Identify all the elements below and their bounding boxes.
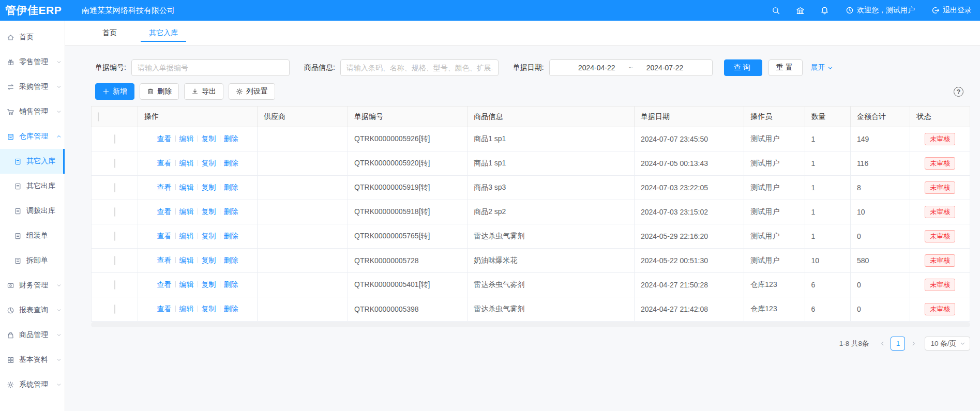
qty-cell: 6 (805, 297, 850, 322)
edit-link[interactable]: 编辑 (179, 159, 194, 167)
date-start-value: 2024-04-22 (578, 64, 615, 72)
chevron-down-icon (56, 58, 62, 66)
row-checkbox[interactable] (114, 280, 115, 290)
delete-link[interactable]: 删除 (224, 256, 238, 264)
date-range-picker[interactable]: 2024-04-22 ~ 2024-07-22 (549, 59, 713, 76)
delete-link[interactable]: 删除 (224, 280, 238, 288)
sidebar-item-system[interactable]: 系统管理 (0, 372, 65, 397)
edit-link[interactable]: 编辑 (179, 183, 194, 191)
row-checkbox[interactable] (114, 159, 115, 168)
view-link[interactable]: 查看 (157, 305, 172, 313)
bell-icon[interactable] (820, 6, 829, 15)
sidebar-item-purchase[interactable]: 采购管理 (0, 74, 65, 99)
copy-link[interactable]: 复制 (202, 183, 216, 191)
product-info-label: 商品信息: (304, 63, 335, 72)
sidebar-item-reports[interactable]: 报表查询 (0, 298, 65, 323)
sidebar-item-other-outbound[interactable]: 其它出库 (0, 174, 65, 199)
view-link[interactable]: 查看 (157, 159, 172, 167)
copy-link[interactable]: 复制 (202, 134, 216, 143)
edit-link[interactable]: 编辑 (179, 280, 194, 288)
delete-link[interactable]: 删除 (224, 134, 238, 143)
expand-link[interactable]: 展开 (811, 63, 833, 72)
sidebar-item-products[interactable]: 商品管理 (0, 323, 65, 347)
edit-link[interactable]: 编辑 (179, 134, 194, 143)
order-no-input[interactable] (131, 59, 290, 76)
edit-link[interactable]: 编辑 (179, 232, 194, 240)
edit-link[interactable]: 编辑 (179, 256, 194, 264)
sidebar-item-transfer-outbound[interactable]: 调拨出库 (0, 199, 65, 223)
view-link[interactable]: 查看 (157, 207, 172, 216)
status-badge: 未审核 (925, 230, 955, 243)
next-page-button[interactable] (907, 337, 919, 351)
delete-link[interactable]: 删除 (224, 159, 238, 167)
sidebar-item-disassembly[interactable]: 拆卸单 (0, 248, 65, 273)
bank-icon[interactable] (796, 6, 805, 15)
sidebar-item-retail[interactable]: 零售管理 (0, 50, 65, 74)
main-area: 首页 其它入库 单据编号: 商品信息: 单据日期: 2024-04-22 ~ (65, 21, 980, 411)
copy-link[interactable]: 复制 (202, 280, 216, 288)
add-button[interactable]: 新增 (95, 83, 134, 100)
delete-button[interactable]: 删除 (140, 83, 179, 100)
table-header-row: 操作 供应商 单据编号 商品信息 单据日期 操作员 数量 金额合计 状态 (92, 106, 970, 127)
page-number-1[interactable]: 1 (891, 337, 905, 351)
table-row: 查看编辑复制删除 QTRK00000005401[转] 雷达杀虫气雾剂 2024… (92, 273, 970, 297)
welcome-user[interactable]: 欢迎您，测试用户 (846, 6, 915, 15)
copy-link[interactable]: 复制 (202, 305, 216, 313)
page-size-select[interactable]: 10 条/页 (925, 337, 970, 351)
copy-link[interactable]: 复制 (202, 207, 216, 216)
operator-cell: 测试用户 (744, 249, 805, 273)
sidebar-item-home[interactable]: 首页 (0, 25, 65, 50)
logout-button[interactable]: 退出登录 (931, 6, 972, 15)
status-badge: 未审核 (925, 206, 955, 219)
view-link[interactable]: 查看 (157, 256, 172, 264)
column-settings-button[interactable]: 列设置 (229, 83, 275, 100)
product-info-input[interactable] (340, 59, 499, 76)
horizontal-scrollbar[interactable] (91, 322, 970, 327)
col-order-no: 单据编号 (348, 106, 468, 127)
sidebar-item-warehouse[interactable]: 仓库管理 (0, 124, 65, 149)
doc-icon (14, 257, 22, 265)
search-button[interactable]: 查询 (724, 59, 762, 76)
topbar-right: 欢迎您，测试用户 退出登录 (756, 6, 972, 15)
status-badge: 未审核 (925, 157, 955, 170)
doc-icon (14, 207, 22, 215)
tab-other-inbound[interactable]: 其它入库 (148, 21, 179, 45)
sidebar-item-basic-data[interactable]: 基本资料 (0, 347, 65, 372)
export-button[interactable]: 导出 (184, 83, 223, 100)
delete-link[interactable]: 删除 (224, 232, 238, 240)
sidebar-item-other-inbound[interactable]: 其它入库 (0, 149, 65, 174)
app-logo: 管伊佳ERP (5, 3, 82, 18)
chevron-left-icon (880, 341, 885, 346)
prev-page-button[interactable] (876, 337, 888, 351)
help-icon[interactable]: ? (954, 87, 963, 97)
reset-button[interactable]: 重置 (768, 59, 803, 76)
copy-link[interactable]: 复制 (202, 159, 216, 167)
delete-link[interactable]: 删除 (224, 207, 238, 216)
row-checkbox[interactable] (114, 232, 115, 241)
view-link[interactable]: 查看 (157, 232, 172, 240)
sidebar-item-finance[interactable]: 财务管理 (0, 273, 65, 298)
delete-link[interactable]: 删除 (224, 305, 238, 313)
copy-link[interactable]: 复制 (202, 232, 216, 240)
date-cell: 2024-04-27 21:42:08 (634, 297, 744, 322)
sidebar-item-sales[interactable]: 销售管理 (0, 99, 65, 124)
select-all-checkbox[interactable] (98, 112, 99, 121)
edit-link[interactable]: 编辑 (179, 305, 194, 313)
delete-link[interactable]: 删除 (224, 183, 238, 191)
row-checkbox[interactable] (114, 207, 115, 217)
row-checkbox[interactable] (114, 256, 115, 265)
view-link[interactable]: 查看 (157, 280, 172, 288)
finance-icon (7, 282, 14, 290)
row-checkbox[interactable] (114, 183, 115, 192)
row-checkbox[interactable] (114, 305, 115, 314)
clock-icon (846, 6, 854, 14)
sidebar-item-assembly[interactable]: 组装单 (0, 223, 65, 248)
tab-home[interactable]: 首页 (101, 21, 118, 45)
search-icon[interactable] (772, 6, 780, 15)
view-link[interactable]: 查看 (157, 183, 172, 191)
edit-link[interactable]: 编辑 (179, 207, 194, 216)
view-link[interactable]: 查看 (157, 134, 172, 143)
copy-link[interactable]: 复制 (202, 256, 216, 264)
row-checkbox[interactable] (114, 134, 115, 144)
company-name: 南通某某网络科技有限公司 (82, 6, 175, 16)
